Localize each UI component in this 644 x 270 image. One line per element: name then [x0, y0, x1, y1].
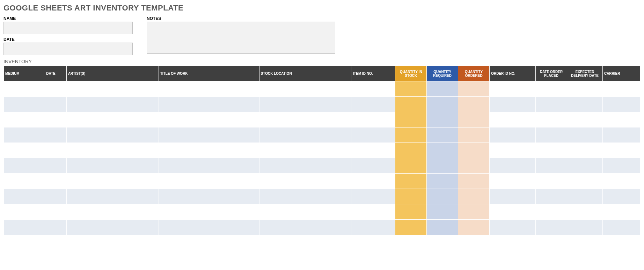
cell-date[interactable]	[35, 81, 66, 97]
cell-carrier[interactable]	[602, 97, 640, 112]
cell-qty-in-stock[interactable]	[395, 81, 427, 97]
cell-qty-required[interactable]	[427, 174, 458, 189]
cell-date-order-placed[interactable]	[536, 112, 567, 127]
cell-qty-ordered[interactable]	[458, 143, 490, 158]
cell-date-order-placed[interactable]	[536, 204, 567, 220]
date-input[interactable]	[3, 43, 133, 55]
cell-date[interactable]	[35, 158, 66, 174]
cell-expected-delivery[interactable]	[567, 81, 602, 97]
cell-item-id-no[interactable]	[351, 97, 395, 112]
cell-title-of-work[interactable]	[159, 220, 259, 235]
cell-qty-required[interactable]	[427, 127, 458, 143]
cell-medium[interactable]	[4, 189, 35, 204]
cell-artist[interactable]	[66, 112, 159, 127]
cell-order-id-no[interactable]	[490, 143, 536, 158]
cell-qty-in-stock[interactable]	[395, 189, 427, 204]
cell-qty-ordered[interactable]	[458, 127, 490, 143]
cell-stock-location[interactable]	[259, 189, 351, 204]
cell-artist[interactable]	[66, 158, 159, 174]
cell-artist[interactable]	[66, 220, 159, 235]
cell-qty-ordered[interactable]	[458, 97, 490, 112]
cell-qty-required[interactable]	[427, 112, 458, 127]
cell-stock-location[interactable]	[259, 81, 351, 97]
cell-expected-delivery[interactable]	[567, 174, 602, 189]
cell-expected-delivery[interactable]	[567, 220, 602, 235]
cell-medium[interactable]	[4, 174, 35, 189]
cell-date-order-placed[interactable]	[536, 127, 567, 143]
cell-qty-ordered[interactable]	[458, 220, 490, 235]
cell-qty-ordered[interactable]	[458, 174, 490, 189]
cell-expected-delivery[interactable]	[567, 189, 602, 204]
cell-qty-required[interactable]	[427, 204, 458, 220]
cell-title-of-work[interactable]	[159, 81, 259, 97]
cell-artist[interactable]	[66, 174, 159, 189]
cell-item-id-no[interactable]	[351, 158, 395, 174]
cell-qty-in-stock[interactable]	[395, 158, 427, 174]
cell-date-order-placed[interactable]	[536, 174, 567, 189]
cell-qty-required[interactable]	[427, 220, 458, 235]
cell-medium[interactable]	[4, 81, 35, 97]
cell-qty-ordered[interactable]	[458, 158, 490, 174]
cell-stock-location[interactable]	[259, 220, 351, 235]
cell-qty-required[interactable]	[427, 97, 458, 112]
cell-carrier[interactable]	[602, 189, 640, 204]
cell-order-id-no[interactable]	[490, 158, 536, 174]
cell-qty-ordered[interactable]	[458, 81, 490, 97]
cell-title-of-work[interactable]	[159, 204, 259, 220]
cell-stock-location[interactable]	[259, 97, 351, 112]
cell-item-id-no[interactable]	[351, 127, 395, 143]
cell-qty-in-stock[interactable]	[395, 204, 427, 220]
cell-medium[interactable]	[4, 112, 35, 127]
cell-stock-location[interactable]	[259, 204, 351, 220]
cell-date[interactable]	[35, 220, 66, 235]
cell-stock-location[interactable]	[259, 112, 351, 127]
cell-medium[interactable]	[4, 143, 35, 158]
cell-date-order-placed[interactable]	[536, 97, 567, 112]
cell-medium[interactable]	[4, 204, 35, 220]
cell-date[interactable]	[35, 112, 66, 127]
cell-date[interactable]	[35, 189, 66, 204]
cell-expected-delivery[interactable]	[567, 112, 602, 127]
cell-carrier[interactable]	[602, 220, 640, 235]
cell-stock-location[interactable]	[259, 158, 351, 174]
cell-qty-in-stock[interactable]	[395, 220, 427, 235]
cell-artist[interactable]	[66, 189, 159, 204]
cell-date-order-placed[interactable]	[536, 220, 567, 235]
cell-carrier[interactable]	[602, 112, 640, 127]
cell-qty-required[interactable]	[427, 81, 458, 97]
cell-item-id-no[interactable]	[351, 81, 395, 97]
cell-date[interactable]	[35, 143, 66, 158]
cell-stock-location[interactable]	[259, 127, 351, 143]
cell-medium[interactable]	[4, 127, 35, 143]
cell-expected-delivery[interactable]	[567, 97, 602, 112]
cell-date[interactable]	[35, 127, 66, 143]
cell-carrier[interactable]	[602, 143, 640, 158]
cell-title-of-work[interactable]	[159, 189, 259, 204]
name-input[interactable]	[3, 22, 133, 34]
cell-date[interactable]	[35, 97, 66, 112]
cell-title-of-work[interactable]	[159, 174, 259, 189]
cell-title-of-work[interactable]	[159, 112, 259, 127]
cell-artist[interactable]	[66, 97, 159, 112]
cell-title-of-work[interactable]	[159, 127, 259, 143]
cell-medium[interactable]	[4, 158, 35, 174]
cell-expected-delivery[interactable]	[567, 127, 602, 143]
cell-item-id-no[interactable]	[351, 204, 395, 220]
notes-input[interactable]	[147, 22, 335, 54]
cell-item-id-no[interactable]	[351, 174, 395, 189]
cell-date[interactable]	[35, 204, 66, 220]
cell-qty-in-stock[interactable]	[395, 174, 427, 189]
cell-order-id-no[interactable]	[490, 189, 536, 204]
cell-order-id-no[interactable]	[490, 204, 536, 220]
cell-qty-required[interactable]	[427, 143, 458, 158]
cell-carrier[interactable]	[602, 127, 640, 143]
cell-carrier[interactable]	[602, 158, 640, 174]
cell-carrier[interactable]	[602, 174, 640, 189]
cell-order-id-no[interactable]	[490, 81, 536, 97]
cell-date-order-placed[interactable]	[536, 143, 567, 158]
cell-order-id-no[interactable]	[490, 97, 536, 112]
cell-qty-required[interactable]	[427, 158, 458, 174]
cell-item-id-no[interactable]	[351, 189, 395, 204]
cell-title-of-work[interactable]	[159, 158, 259, 174]
cell-expected-delivery[interactable]	[567, 143, 602, 158]
